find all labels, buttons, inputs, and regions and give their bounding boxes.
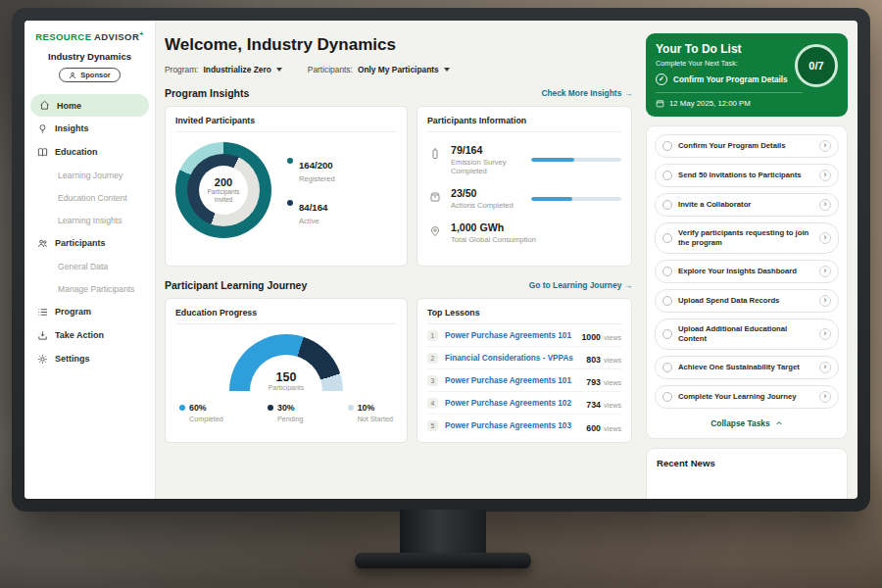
sidebar-nav: Home Insights Education Learning Journey…: [24, 94, 155, 370]
task-row-2[interactable]: Send 50 Invitations to Participants ›: [655, 164, 839, 187]
progress-bar: [531, 197, 621, 201]
chevron-right-icon[interactable]: ›: [819, 295, 831, 307]
checkbox[interactable]: [662, 296, 672, 306]
lesson-rank: 2: [427, 353, 438, 364]
sponsor-badge[interactable]: Sponsor: [59, 68, 120, 82]
checkbox[interactable]: [662, 200, 672, 210]
task-row-5[interactable]: Explore Your Insights Dashboard ›: [655, 260, 839, 283]
checkbox[interactable]: [662, 329, 672, 339]
sidebar-item-label: Participants: [55, 238, 106, 248]
task-row-1[interactable]: Confirm Your Program Details ›: [655, 134, 839, 158]
task-row-3[interactable]: Invite a Collaborator ›: [655, 193, 839, 217]
top-lessons-card: Top Lessons 1 Power Purchase Agreements …: [416, 298, 632, 443]
org-name: Industry Dynamics: [24, 51, 155, 62]
arrow-right-icon: →: [624, 280, 632, 290]
task-label: Complete Your Learning Journey: [678, 392, 813, 402]
lesson-row-4[interactable]: 4 Power Purchase Agreements 102 734views: [427, 392, 621, 415]
sidebar-item-settings[interactable]: Settings: [24, 347, 155, 370]
task-row-9[interactable]: Complete Your Learning Journey ›: [655, 385, 839, 409]
lesson-rank: 5: [427, 420, 438, 431]
chevron-down-icon: [276, 68, 282, 72]
task-row-6[interactable]: Upload Spend Data Records ›: [655, 289, 839, 313]
collapse-tasks-link[interactable]: Collapse Tasks: [655, 415, 839, 430]
task-label: Upload Additional Educational Content: [678, 324, 813, 344]
task-row-7[interactable]: Upload Additional Educational Content ›: [655, 318, 839, 350]
checkbox[interactable]: [662, 233, 672, 243]
due-date-row: 12 May 2025, 12:00 PM: [656, 92, 803, 108]
lesson-row-3[interactable]: 3 Power Purchase Agreements 101 793views: [427, 369, 621, 392]
chevron-right-icon[interactable]: ›: [819, 328, 831, 340]
participants-label: Participants:: [308, 65, 353, 74]
location-pin-icon: [427, 223, 443, 239]
chevron-right-icon[interactable]: ›: [819, 266, 831, 277]
metric-emission-survey: 79/164Emission Survey Completed: [427, 144, 621, 175]
sidebar-item-label: Education: [55, 147, 98, 157]
task-row-4[interactable]: Verify participants requesting to join t…: [655, 222, 839, 254]
participants-dropdown[interactable]: Participants: Only My Participants: [308, 65, 450, 74]
legend-item-pending: 30% Pending: [268, 403, 303, 423]
checkbox[interactable]: [662, 171, 672, 180]
lesson-link[interactable]: Power Purchase Agreements 103: [445, 421, 579, 430]
chevron-right-icon[interactable]: ›: [819, 199, 831, 211]
sidebar-item-home[interactable]: Home: [30, 94, 149, 117]
main-content: Welcome, Industry Dynamics Program: Indu…: [156, 21, 640, 499]
sidebar-item-participants[interactable]: Participants: [24, 231, 155, 255]
card-title: Top Lessons: [427, 308, 621, 324]
sidebar-item-education[interactable]: Education: [24, 140, 155, 164]
lesson-link[interactable]: Power Purchase Agreements 102: [445, 399, 579, 408]
donut-legend: 164/200Registered 84/164Active: [287, 155, 335, 225]
lesson-row-5[interactable]: 5 Power Purchase Agreements 103 600views: [427, 415, 621, 437]
chevron-right-icon[interactable]: ›: [819, 362, 831, 373]
lesson-row-1[interactable]: 1 Power Purchase Agreements 101 1000view…: [427, 324, 621, 347]
chevron-right-icon[interactable]: ›: [819, 140, 831, 152]
legend-item-not-started: 10% Not Started: [348, 403, 393, 423]
lesson-link[interactable]: Financial Considerations - VPPAs: [445, 354, 579, 363]
sidebar-item-education-content[interactable]: Education Content: [24, 186, 155, 209]
dashboard-screen: RESOURCE ADVISOR+ Industry Dynamics Spon…: [24, 21, 858, 499]
task-label: Explore Your Insights Dashboard: [678, 267, 813, 276]
task-label: Verify participants requesting to join t…: [678, 228, 813, 248]
go-to-learning-journey-link[interactable]: Go to Learning Journey →: [529, 280, 632, 290]
section-title: Participant Learning Journey: [165, 279, 307, 291]
sidebar-item-general-data[interactable]: General Data: [24, 255, 155, 277]
lesson-rank: 3: [427, 375, 438, 386]
monitor-stand-base: [355, 553, 531, 568]
lesson-link[interactable]: Power Purchase Agreements 101: [445, 331, 574, 340]
learning-journey-header: Participant Learning Journey Go to Learn…: [165, 279, 632, 291]
lesson-row-2[interactable]: 2 Financial Considerations - VPPAs 803vi…: [427, 347, 621, 369]
card-title: Invited Participants: [175, 116, 397, 132]
recent-news-title: Recent News: [657, 458, 837, 468]
lesson-link[interactable]: Power Purchase Agreements 101: [445, 376, 579, 385]
program-dropdown[interactable]: Program: Industrialize Zero: [165, 65, 282, 74]
chevron-right-icon[interactable]: ›: [819, 391, 831, 403]
next-task-label: Confirm Your Program Details: [673, 75, 788, 84]
checkbox[interactable]: [662, 392, 672, 402]
checkbox[interactable]: [662, 363, 672, 372]
card-title: Participants Information: [427, 116, 621, 132]
check-more-insights-link[interactable]: Check More Insights →: [541, 88, 632, 98]
task-label: Invite a Collaborator: [678, 200, 813, 210]
metric-actions-completed: 23/50Actions Completed: [427, 187, 621, 210]
checkbox[interactable]: [662, 267, 672, 276]
checkbox[interactable]: [662, 141, 672, 151]
task-list-card: Confirm Your Program Details › Send 50 I…: [646, 125, 848, 439]
sidebar-item-program[interactable]: Program: [24, 300, 155, 323]
arrow-right-icon: →: [624, 88, 632, 98]
sidebar-item-insights[interactable]: Insights: [24, 117, 155, 140]
survey-icon: [427, 146, 443, 162]
gauge-center-label: 150 Participants: [229, 370, 343, 391]
task-row-8[interactable]: Achieve One Sustainability Target ›: [655, 356, 839, 379]
sidebar-item-learning-journey[interactable]: Learning Journey: [24, 164, 155, 186]
todo-panel: Your To Do List 0/7 Complete Your Next T…: [640, 21, 858, 499]
card-title: Education Progress: [175, 308, 397, 324]
sidebar-item-take-action[interactable]: Take Action: [24, 323, 155, 347]
chevron-right-icon[interactable]: ›: [819, 170, 831, 181]
chevron-right-icon[interactable]: ›: [819, 232, 831, 244]
gauge-legend: 60% Completed 30% Pending 10% Not Starte…: [175, 403, 397, 423]
sidebar-item-learning-insights[interactable]: Learning Insights: [24, 209, 155, 231]
next-task-row[interactable]: ✓ Confirm Your Program Details: [656, 74, 793, 85]
sidebar-item-manage-participants[interactable]: Manage Participants: [24, 277, 155, 300]
sidebar: RESOURCE ADVISOR+ Industry Dynamics Spon…: [24, 21, 156, 499]
metric-global-consumption: 1,000 GWhTotal Global Consumption: [427, 221, 621, 244]
download-icon: [37, 330, 48, 341]
